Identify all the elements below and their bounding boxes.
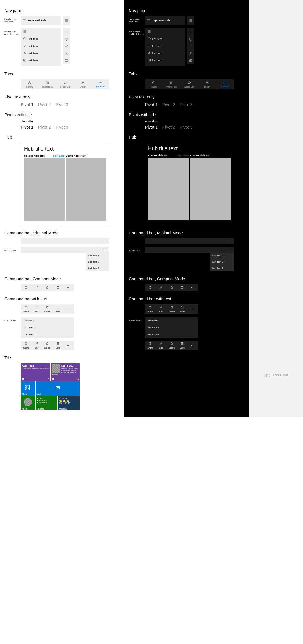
- nav-narrow-hamburger[interactable]: [187, 16, 194, 25]
- hamburger-icon[interactable]: [146, 30, 152, 34]
- clock-icon[interactable]: [63, 35, 70, 43]
- tile-finance[interactable]: ▼ DOW ▲ FTSE 100 ▲ NIKKEI 225 Finance: [36, 396, 57, 410]
- pivot-3[interactable]: Pivot 3: [56, 125, 68, 130]
- nav-list-item[interactable]: List item: [145, 35, 185, 43]
- nav-list-item[interactable]: List item: [21, 35, 61, 43]
- person-icon[interactable]: [63, 50, 70, 57]
- pivot-2[interactable]: Pivot 2: [162, 102, 175, 107]
- cmd-edit[interactable]: Edit: [156, 341, 166, 350]
- cmd-delete[interactable]: Delete: [166, 341, 177, 350]
- cmd-edit[interactable]: Edit: [31, 341, 42, 350]
- camera-icon[interactable]: [63, 57, 70, 64]
- menu-item[interactable]: List item 1: [86, 253, 109, 259]
- see-more-link[interactable]: See more: [177, 154, 189, 157]
- cmd-delete[interactable]: Delete: [42, 341, 53, 350]
- tab-dialer[interactable]: Dialer: [74, 79, 92, 89]
- pivot-1[interactable]: Pivot 1: [145, 125, 158, 130]
- cmd-share[interactable]: Share: [21, 304, 31, 314]
- pivot-3[interactable]: Pivot 3: [56, 102, 68, 107]
- nav-list-item[interactable]: List item: [145, 57, 185, 64]
- tab-phonebook[interactable]: Phonebook: [38, 79, 56, 89]
- nav-list-item[interactable]: List item: [21, 50, 61, 57]
- cmd-share[interactable]: Share: [145, 304, 156, 314]
- more-button[interactable]: ⋯: [228, 239, 232, 243]
- tile-xbox[interactable]: Xbox: [21, 396, 35, 410]
- list-item[interactable]: List item 1: [145, 317, 198, 324]
- clock-icon[interactable]: [187, 35, 194, 43]
- cmd-edit[interactable]: Edit: [31, 304, 42, 314]
- pencil-icon[interactable]: [159, 286, 163, 290]
- list-item[interactable]: List item 2: [145, 324, 198, 331]
- hamburger-icon[interactable]: [21, 18, 28, 23]
- tile-contact-1[interactable]: Kari Fuse The monkey-rope is found in al…: [21, 363, 50, 381]
- tab-history[interactable]: History: [145, 79, 163, 89]
- menu-item[interactable]: List item 2: [210, 259, 234, 265]
- nav-list-item[interactable]: List item: [21, 43, 61, 50]
- pivot-2[interactable]: Pivot 2: [38, 125, 51, 130]
- tab-dialer[interactable]: Dialer: [198, 79, 216, 89]
- more-button[interactable]: ⋯: [188, 341, 198, 350]
- more-button[interactable]: ⋯: [228, 247, 232, 252]
- trash-icon[interactable]: [46, 286, 49, 290]
- list-item[interactable]: List item 1: [21, 317, 74, 324]
- person-icon[interactable]: [187, 50, 194, 57]
- pivot-2[interactable]: Pivot 2: [162, 125, 175, 130]
- more-button[interactable]: ⋯: [104, 247, 108, 252]
- pivot-3[interactable]: Pivot 3: [180, 102, 193, 107]
- menu-item[interactable]: List item 1: [210, 253, 234, 259]
- camera-icon[interactable]: [187, 57, 194, 64]
- pivot-1[interactable]: Pivot 1: [21, 102, 33, 107]
- see-more-link[interactable]: See more: [53, 154, 65, 157]
- cmd-save[interactable]: Save: [53, 341, 63, 350]
- cmd-delete[interactable]: Delete: [166, 304, 177, 314]
- menu-item[interactable]: List item 3: [86, 265, 109, 271]
- nav-list-item[interactable]: List item: [145, 50, 185, 57]
- save-icon[interactable]: [56, 286, 60, 290]
- trash-icon[interactable]: [170, 286, 173, 290]
- cmd-save[interactable]: Save: [53, 304, 63, 314]
- hamburger-icon[interactable]: [22, 30, 28, 34]
- more-button[interactable]: ⋯: [188, 304, 198, 314]
- cmd-delete[interactable]: Delete: [42, 304, 53, 314]
- tab-history[interactable]: History: [21, 79, 38, 89]
- more-button[interactable]: ⋯: [104, 239, 108, 243]
- share-icon[interactable]: [24, 286, 28, 290]
- pencil-icon[interactable]: [35, 286, 38, 290]
- list-item[interactable]: List item 3: [145, 331, 198, 338]
- pivot-2[interactable]: Pivot 2: [38, 102, 51, 107]
- hamburger-icon[interactable]: [63, 28, 70, 35]
- tab-voicemail[interactable]: Voicemail: [92, 79, 109, 89]
- list-item[interactable]: List item 3: [21, 331, 74, 338]
- tab-speeddial[interactable]: Speed Dial: [56, 79, 74, 89]
- tile-weather[interactable]: 4°5°6° ⛅ ⛅ ⛅ 13°19°19° Moscow: [58, 396, 80, 410]
- tile-contact-2[interactable]: Kari Fuse monkey-rope is found in all wh…: [51, 363, 80, 381]
- tile-photo[interactable]: 🖼Photo: [21, 381, 35, 396]
- menu-item[interactable]: List item 3: [210, 265, 234, 271]
- share-icon[interactable]: [149, 286, 152, 290]
- cmd-share[interactable]: Share: [21, 341, 31, 350]
- more-button[interactable]: ⋯: [63, 304, 74, 314]
- cmd-edit[interactable]: Edit: [156, 304, 166, 314]
- list-item[interactable]: List item 2: [21, 324, 74, 331]
- pivot-3[interactable]: Pivot 3: [180, 125, 193, 130]
- nav-list-item[interactable]: List item: [21, 57, 61, 64]
- pencil-icon[interactable]: [187, 43, 194, 50]
- pencil-icon[interactable]: [63, 43, 70, 50]
- tile-mail[interactable]: ✉Mail: [36, 381, 80, 396]
- more-button[interactable]: ⋯: [63, 341, 74, 350]
- menu-item[interactable]: List item 2: [86, 259, 109, 265]
- nav-list-item[interactable]: List item: [145, 43, 185, 50]
- nav-narrow-hamburger[interactable]: [63, 16, 70, 25]
- pivot-1[interactable]: Pivot 1: [145, 102, 158, 107]
- tab-phonebook[interactable]: Phonebook: [163, 79, 180, 89]
- tab-speeddial[interactable]: Speed Dial: [180, 79, 198, 89]
- hamburger-icon[interactable]: [187, 28, 194, 35]
- save-icon[interactable]: [180, 286, 184, 290]
- cmd-share[interactable]: Share: [145, 341, 156, 350]
- cmd-save[interactable]: Save: [177, 304, 188, 314]
- more-button[interactable]: ⋯: [67, 286, 70, 290]
- hamburger-icon[interactable]: [145, 18, 152, 23]
- cmd-save[interactable]: Save: [177, 341, 188, 350]
- more-button[interactable]: ⋯: [191, 286, 195, 290]
- tab-voicemail[interactable]: Voicemail: [216, 79, 234, 89]
